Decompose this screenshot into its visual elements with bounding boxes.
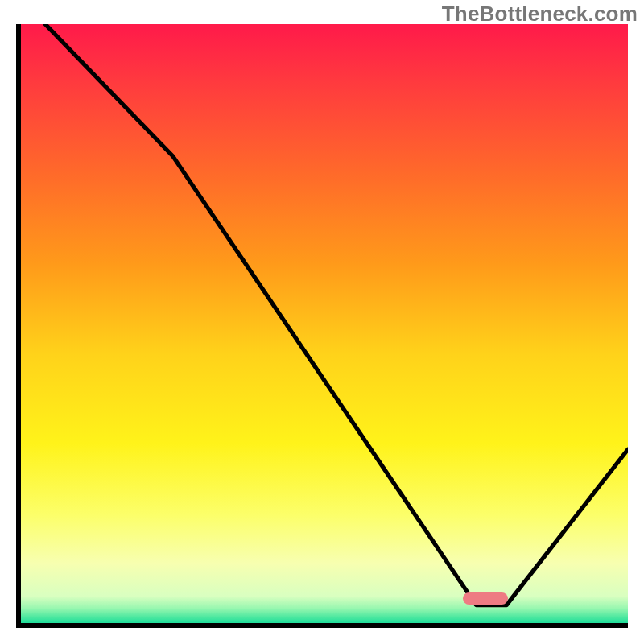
watermark-text: TheBottleneck.com — [442, 2, 638, 27]
bottleneck-curve — [21, 24, 628, 623]
curve-path — [45, 24, 628, 605]
plot-area — [16, 24, 628, 628]
optimal-marker — [463, 592, 509, 605]
chart-container: TheBottleneck.com — [0, 0, 644, 644]
